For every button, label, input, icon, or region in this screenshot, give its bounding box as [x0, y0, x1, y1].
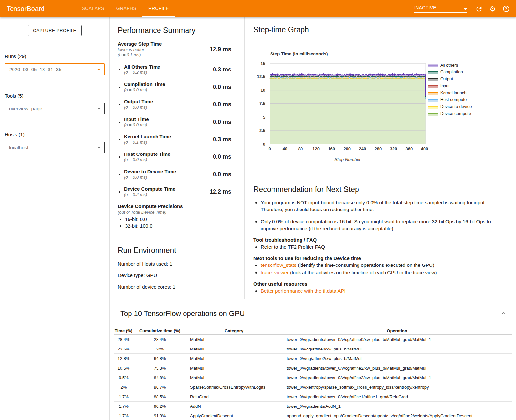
top-ops-section: Top 10 TensorFlow operations on GPU Time…: [110, 299, 516, 420]
perf-item-value: 0.3 ms: [213, 66, 231, 73]
hosts-select[interactable]: localhost: [5, 142, 105, 153]
perf-item-sigma: (σ = 0.1 ms): [124, 140, 171, 145]
precisions-note: (out of Total Device Time): [118, 210, 244, 215]
svg-text:12.5: 12.5: [257, 74, 265, 79]
svg-text:Kernel launch: Kernel launch: [440, 90, 467, 95]
perf-item-sigma: (σ = 0.2 ms): [124, 70, 160, 75]
tab-scalars[interactable]: SCALARS: [76, 0, 110, 17]
cell-operation: tower_0/v/gradients/tower_0/v/cg/affine2…: [282, 366, 512, 371]
col-header-operation: Operation: [282, 328, 512, 333]
resource-link[interactable]: Better performance with the tf.data API: [261, 288, 346, 294]
svg-text:360: 360: [406, 146, 413, 151]
top-ops-table: Time (%) Cumulative time (%) Category Op…: [114, 327, 512, 420]
cell-operation: append_apply_gradient_ops/GradientDescen…: [282, 413, 512, 418]
bullet-dot: •: [119, 189, 124, 195]
cell-cumulative: 91.9%: [133, 413, 186, 418]
chevron-down-icon: [97, 69, 100, 70]
list-item: 32-bit: 100.0: [125, 223, 244, 229]
recommendation-subsection: Next tools to use for reducing the Devic…: [253, 255, 506, 276]
capture-profile-button[interactable]: CAPTURE PROFILE: [28, 25, 82, 36]
perf-breakdown-item: • Input Time (σ = 0.0 ms) 0.0 ms: [118, 116, 244, 127]
cell-category: ApplyGradientDescent: [186, 413, 282, 418]
environment-line: Device type: GPU: [118, 272, 244, 278]
help-icon[interactable]: ?: [502, 5, 510, 13]
cell-operation: tower_0/v/cg/affine0/xw_plus_b/MatMul: [282, 347, 512, 351]
subsection-title: Next tools to use for reducing the Devic…: [253, 255, 506, 261]
svg-text:10: 10: [261, 88, 265, 93]
perf-item-value: 0.0 ms: [213, 101, 231, 108]
recommendation-section: Recommendation for Next Step Your progra…: [245, 177, 516, 294]
resource-link[interactable]: trace_viewer: [261, 270, 289, 275]
perf-item-sigma: (σ = 0.0 ms): [124, 175, 176, 180]
perf-item-sigma: (σ = 0.0 ms): [124, 157, 170, 162]
perf-item-value: 0.0 ms: [213, 84, 231, 91]
environment-line: Number of Hosts used: 1: [118, 261, 244, 266]
average-step-time-value: 12.9 ms: [210, 46, 231, 53]
refresh-icon[interactable]: [475, 5, 483, 13]
svg-text:40: 40: [283, 146, 287, 151]
list-item: trace_viewer (look at the activities on …: [261, 269, 506, 276]
average-step-time-row: Average Step Time lower is better (σ = 0…: [118, 41, 244, 58]
step-time-chart[interactable]: 02.557.51012.515040801201602002402803203…: [245, 46, 516, 170]
sidebar: CAPTURE PROFILE Runs (29) 2020_03_05_18_…: [0, 17, 110, 420]
runs-select-value: 2020_03_05_18_31_35: [9, 67, 62, 72]
resource-link[interactable]: tensorflow_stats: [261, 262, 296, 268]
hosts-label: Hosts (1): [5, 132, 109, 137]
table-row: 2% 86.7% SparseSoftmaxCrossEntropyWithLo…: [114, 382, 512, 392]
collapse-chevron-up-icon[interactable]: [500, 310, 507, 318]
cell-category: MatMul: [186, 337, 282, 342]
perf-item-label: All Others Time: [124, 64, 160, 70]
svg-text:400: 400: [421, 146, 428, 151]
recommendation-subsection: Other useful resources Better performanc…: [253, 281, 506, 294]
cell-time: 10.5%: [114, 366, 133, 371]
perf-item-label: Input Time: [124, 116, 149, 122]
list-item: Your program is NOT input-bound because …: [261, 199, 506, 213]
table-row: 28.4% 28.4% MatMul tower_0/v/gradients/t…: [114, 335, 512, 344]
status-select-value: INACTIVE: [414, 5, 436, 10]
svg-text:Step Number: Step Number: [334, 157, 361, 162]
perf-breakdown-item: • Kernel Launch Time (σ = 0.1 ms) 0.3 ms: [118, 134, 244, 145]
svg-text:320: 320: [390, 146, 397, 151]
cell-time: 28.4%: [114, 337, 133, 342]
run-environment-section: Run Environment Number of Hosts used: 1D…: [110, 238, 244, 290]
cell-operation: tower_0/v/gradients/tower_0/v/cg/affine0…: [282, 337, 512, 342]
step-time-graph-section: Step-time Graph 02.557.51012.51504080120…: [245, 17, 516, 177]
bullet-dot: •: [119, 137, 124, 142]
svg-text:15: 15: [261, 61, 265, 66]
right-column: Step-time Graph 02.557.51012.51504080120…: [245, 17, 516, 299]
cell-cumulative: 88.5%: [133, 394, 186, 399]
tools-select[interactable]: overview_page: [5, 103, 105, 114]
tools-select-value: overview_page: [9, 106, 42, 111]
status-select[interactable]: INACTIVE: [414, 5, 467, 13]
svg-text:Step Time (in milliseconds): Step Time (in milliseconds): [270, 51, 328, 56]
average-note: lower is better: [118, 47, 162, 52]
svg-text:Compilation: Compilation: [440, 70, 463, 74]
table-row: 1.7% 91.9% ApplyGradientDescent append_a…: [114, 411, 512, 420]
average-step-time-label: Average Step Time: [118, 41, 162, 47]
table-row: 12.8% 64.8% MatMul tower_0/v/cg/affine2/…: [114, 354, 512, 363]
col-header-time: Time (%): [114, 328, 133, 333]
settings-gear-icon[interactable]: ⚙: [489, 5, 497, 13]
table-row: 10.5% 75.3% MatMul tower_0/v/gradients/t…: [114, 363, 512, 373]
performance-summary-section: Performance Summary Average Step Time lo…: [110, 17, 244, 238]
list-item-text: Refer to the TF2 Profiler FAQ: [261, 244, 325, 250]
cell-cumulative: 52%: [133, 347, 186, 351]
perf-breakdown-item: • Device to Device Time (σ = 0.0 ms) 0.0…: [118, 169, 244, 180]
perf-item-sigma: (σ = 0.0 ms): [124, 87, 165, 93]
bullet-dot: •: [119, 84, 124, 90]
col-header-category: Category: [186, 328, 282, 333]
perf-item-sigma: (σ = 0.2 ms): [124, 192, 175, 197]
cell-operation: tower_0/v/gradients/tower_0/v/cg/affine1…: [282, 394, 512, 399]
environment-line: Number of device cores: 1: [118, 284, 244, 290]
svg-text:Input: Input: [440, 83, 450, 88]
tab-profile[interactable]: PROFILE: [142, 0, 175, 17]
perf-breakdown-item: • Host Compute Time (σ = 0.0 ms) 0.0 ms: [118, 151, 244, 162]
perf-item-sigma: (σ = 0.0 ms): [124, 122, 149, 127]
tab-graphs[interactable]: GRAPHS: [110, 0, 143, 17]
run-environment-title: Run Environment: [118, 246, 244, 255]
perf-item-value: 12.2 ms: [210, 188, 231, 195]
hosts-select-value: localhost: [9, 145, 28, 150]
cell-operation: tower_0/v/xentropy/sparse_softmax_cross_…: [282, 385, 512, 390]
cell-operation: tower_0/v/cg/affine2/xw_plus_b/MatMul: [282, 356, 512, 361]
runs-select[interactable]: 2020_03_05_18_31_35: [5, 63, 105, 75]
